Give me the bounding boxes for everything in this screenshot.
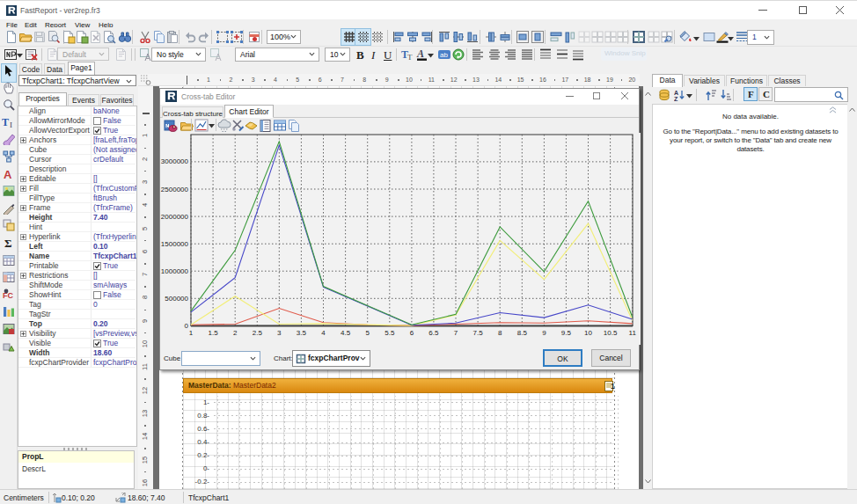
svg-text:3.5: 3.5 xyxy=(297,329,307,337)
svg-text:6: 6 xyxy=(410,329,414,337)
svg-text:2000000: 2000000 xyxy=(161,213,189,221)
svg-text:9: 9 xyxy=(542,329,546,337)
svg-text:10.5: 10.5 xyxy=(604,329,618,337)
svg-text:Σ: Σ xyxy=(4,237,12,249)
svg-text:2500000: 2500000 xyxy=(161,186,189,194)
svg-text:A: A xyxy=(416,47,424,60)
svg-text:5: 5 xyxy=(365,329,370,337)
svg-text:5.5: 5.5 xyxy=(385,329,395,337)
svg-text:8.5: 8.5 xyxy=(517,329,528,337)
svg-text:I: I xyxy=(10,121,12,128)
svg-text:2: 2 xyxy=(233,329,238,337)
svg-text:7.5: 7.5 xyxy=(473,329,484,337)
svg-text:8: 8 xyxy=(498,329,502,337)
svg-text:Z: Z xyxy=(674,96,678,101)
svg-text:1500000: 1500000 xyxy=(161,240,189,248)
svg-text:T: T xyxy=(2,116,9,128)
svg-text:T: T xyxy=(407,53,413,62)
svg-text:1000000: 1000000 xyxy=(161,267,189,275)
svg-text:9.5: 9.5 xyxy=(561,329,572,337)
svg-text:3: 3 xyxy=(277,329,282,337)
svg-text:1.5: 1.5 xyxy=(209,329,219,337)
svg-text:6.5: 6.5 xyxy=(428,329,439,337)
svg-text:2.5: 2.5 xyxy=(253,329,263,337)
svg-text:ab: ab xyxy=(440,51,448,59)
svg-text:7: 7 xyxy=(454,329,458,337)
svg-text:10: 10 xyxy=(584,329,592,337)
svg-text:A: A xyxy=(4,168,12,180)
svg-text:A: A xyxy=(674,90,678,96)
svg-text:FC: FC xyxy=(3,291,13,300)
svg-text:3000000: 3000000 xyxy=(161,157,189,165)
svg-text:11: 11 xyxy=(629,329,637,337)
svg-text:1: 1 xyxy=(189,329,194,337)
svg-text:500000: 500000 xyxy=(165,295,188,303)
svg-text:4: 4 xyxy=(321,329,326,337)
svg-text:4.5: 4.5 xyxy=(341,329,351,337)
